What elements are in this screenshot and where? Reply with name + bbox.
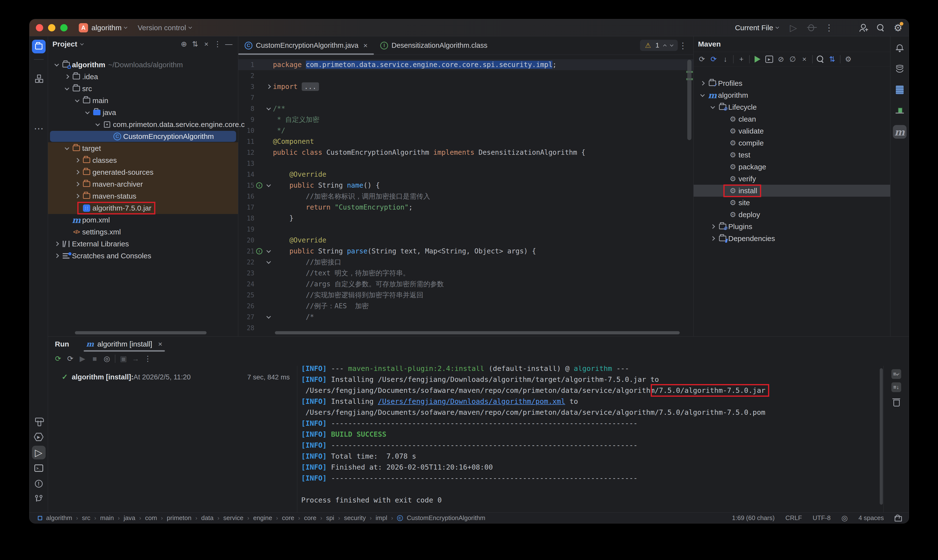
commit-tool-button[interactable] xyxy=(32,72,46,86)
search-icon[interactable] xyxy=(877,24,884,31)
maven-goal-verify[interactable]: ⚙verify xyxy=(694,173,890,185)
highlighting-level-icon[interactable]: ◎ xyxy=(841,514,848,522)
services-tool-button[interactable] xyxy=(32,430,46,444)
more-icon[interactable]: ⋮ xyxy=(142,353,154,364)
chevron-down-icon[interactable] xyxy=(75,98,79,102)
tree-item-customencryptionalgorithm[interactable]: CCustomEncryptionAlgorithm xyxy=(48,130,238,142)
chevron-down-icon[interactable] xyxy=(85,110,89,114)
maven-item-algorithm[interactable]: malgorithm xyxy=(694,89,890,101)
run-summary-row[interactable]: ✓ algorithm [install]: At 2026/2/5, 11:2… xyxy=(62,372,290,381)
more-icon[interactable]: ⋮ xyxy=(823,22,835,33)
tree-item-java[interactable]: java xyxy=(48,106,238,118)
export-icon[interactable]: → xyxy=(130,353,142,364)
project-widget[interactable]: algorithm xyxy=(91,24,127,32)
breadcrumb-item[interactable]: src xyxy=(82,514,91,522)
horizontal-scrollbar[interactable] xyxy=(75,331,207,334)
chevron-right-icon[interactable] xyxy=(75,182,79,186)
chevron-down-icon[interactable] xyxy=(65,146,69,150)
fold-down-icon[interactable] xyxy=(266,259,271,264)
close-icon[interactable]: × xyxy=(158,340,162,348)
chevron-right-icon[interactable] xyxy=(75,170,79,174)
maven-item-profiles[interactable]: ✓Profiles xyxy=(694,77,890,89)
download-sources-icon[interactable]: ↓ xyxy=(719,54,731,65)
breadcrumb-item[interactable]: main xyxy=(100,514,114,522)
close-icon[interactable]: × xyxy=(363,42,368,50)
fold-down-icon[interactable] xyxy=(266,248,271,253)
resume-icon[interactable]: ▶ xyxy=(76,353,88,364)
rerun-failed-icon[interactable]: ⟳ xyxy=(64,353,76,364)
maven-goal-install[interactable]: ⚙install xyxy=(694,185,890,197)
prev-issue-icon[interactable] xyxy=(663,45,666,48)
vcs-tool-button[interactable] xyxy=(32,492,46,506)
skip-tests-icon[interactable]: ⊘ xyxy=(775,54,787,65)
maven-goal-clean[interactable]: ⚙clean xyxy=(694,113,890,125)
run-icon[interactable]: ▷ xyxy=(788,22,799,33)
rerun-icon[interactable]: ⟳ xyxy=(52,353,64,364)
maximize-window-icon[interactable] xyxy=(60,24,68,31)
chevron-right-icon[interactable] xyxy=(54,254,59,258)
stop-icon[interactable]: ■ xyxy=(88,353,101,364)
chevron-down-icon[interactable] xyxy=(96,122,100,126)
chevron-right-icon[interactable] xyxy=(54,242,59,246)
minimize-window-icon[interactable] xyxy=(48,24,56,31)
problems-tool-button[interactable]: ! xyxy=(32,477,46,491)
settings-icon[interactable]: ⚙ xyxy=(842,54,854,65)
breadcrumb-item[interactable]: CustomEncryptionAlgorithm xyxy=(407,514,485,522)
file-encoding-indicator[interactable]: UTF-8 xyxy=(813,514,831,522)
soft-wrap-icon[interactable]: ≡⤶ xyxy=(892,369,901,379)
fold-down-icon[interactable] xyxy=(266,106,271,110)
breadcrumb-item[interactable]: algorithm xyxy=(46,514,72,522)
tab-customencryptionalgorithm-java[interactable]: C CustomEncryptionAlgorithm.java × xyxy=(238,36,374,55)
tree-item-target[interactable]: target xyxy=(48,142,238,154)
notifications-button[interactable] xyxy=(893,41,907,55)
chevron-right-icon[interactable] xyxy=(75,158,79,162)
clear-all-icon[interactable] xyxy=(893,398,900,406)
settings-icon[interactable]: ⚙ xyxy=(893,23,903,33)
tree-item-algorithm-jar[interactable]: ∷algorithm-7.5.0.jar xyxy=(48,202,238,214)
close-window-icon[interactable] xyxy=(36,24,43,31)
run-tab-algorithm-install[interactable]: m algorithm [install] × xyxy=(84,337,165,352)
maven-goal-site[interactable]: ⚙site xyxy=(694,197,890,209)
breadcrumb-item[interactable]: data xyxy=(201,514,214,522)
chevron-right-icon[interactable] xyxy=(75,194,79,198)
breadcrumb-item[interactable]: security xyxy=(344,514,366,522)
chevron-down-icon[interactable] xyxy=(80,42,84,45)
fold-right-icon[interactable] xyxy=(266,84,271,89)
console-link[interactable]: /Users/fengjiang/Downloads/algorithm/pom… xyxy=(378,397,565,406)
reload-projects-icon[interactable]: ⟳ xyxy=(708,54,719,65)
maven-goal-compile[interactable]: ⚙compile xyxy=(694,137,890,149)
breadcrumb-item[interactable]: impl xyxy=(376,514,387,522)
chevron-down-icon[interactable] xyxy=(54,62,59,66)
code-area[interactable]: 1package com.primeton.data.service.engin… xyxy=(238,55,693,336)
line-separator-indicator[interactable]: CRLF xyxy=(785,514,802,522)
camera-icon[interactable]: ▣ xyxy=(117,353,130,364)
tree-item-package[interactable]: com.primeton.data.service.engine.core.c xyxy=(48,118,238,130)
expand-icon[interactable]: ⇅ xyxy=(190,38,200,50)
endpoints-button[interactable] xyxy=(893,104,907,118)
breadcrumb-item[interactable]: service xyxy=(224,514,244,522)
more-icon[interactable]: ⋮ xyxy=(213,38,222,50)
vertical-scrollbar[interactable] xyxy=(687,60,691,140)
scroll-to-end-icon[interactable]: ≡↓ xyxy=(892,382,901,392)
add-icon[interactable]: + xyxy=(736,54,747,65)
tree-item-generated-sources[interactable]: generated-sources xyxy=(48,166,238,178)
terminal-tool-button[interactable]: >_ xyxy=(32,461,46,475)
implementing-method-icon[interactable]: ↑ xyxy=(256,182,262,189)
build-tool-button[interactable] xyxy=(32,414,46,428)
breadcrumb-item[interactable]: engine xyxy=(253,514,272,522)
inspection-widget[interactable]: ⚠ 1 xyxy=(640,40,678,51)
indent-indicator[interactable]: 4 spaces xyxy=(858,514,884,522)
run-config-selector[interactable]: Current File xyxy=(735,24,779,32)
chevron-right-icon[interactable] xyxy=(710,224,715,229)
tree-item-classes[interactable]: classes xyxy=(48,154,238,166)
add-user-icon[interactable] xyxy=(859,24,868,32)
implementing-method-icon[interactable]: ↑ xyxy=(256,248,262,254)
maven-goal-test[interactable]: ⚙test xyxy=(694,149,890,161)
tree-item-external-libraries[interactable]: External Libraries xyxy=(48,238,238,250)
tree-item-main[interactable]: main xyxy=(48,95,238,106)
tree-item-maven-status[interactable]: maven-status xyxy=(48,190,238,202)
locate-icon[interactable]: ⊕ xyxy=(179,38,189,50)
tree-item-algorithm[interactable]: algorithm~/Downloads/algorithm xyxy=(48,59,238,71)
hide-icon[interactable]: — xyxy=(224,38,234,50)
breadcrumb-item[interactable]: java xyxy=(123,514,135,522)
